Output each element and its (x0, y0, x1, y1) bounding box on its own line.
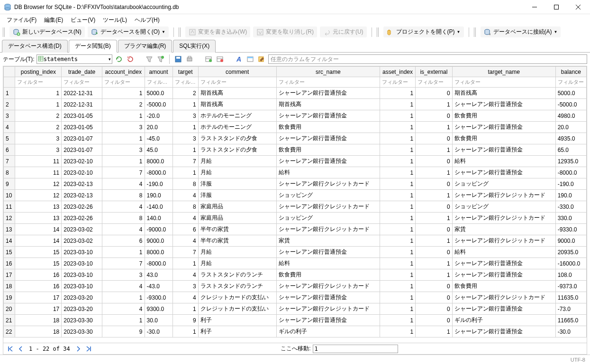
cell-src_name[interactable]: ショッピング (276, 213, 380, 224)
cell-account_index[interactable]: 6 (102, 235, 145, 247)
cell-target_name[interactable]: ギルの利子 (452, 315, 555, 326)
delete-record-button[interactable] (215, 54, 225, 64)
cell-trade_date[interactable]: 2023-03-02 (62, 235, 102, 247)
cell-is_external[interactable]: 0 (416, 292, 452, 303)
row-number[interactable]: 10 (4, 190, 15, 201)
cell-trade_date[interactable]: 2023-03-10 (62, 258, 102, 269)
table-row[interactable]: 20172023-03-2049300.01クレジットカードの支払いシャーレアン… (4, 303, 587, 315)
cell-target_name[interactable]: 給料 (452, 156, 555, 167)
cell-trade_date[interactable]: 2023-03-10 (62, 247, 102, 258)
cell-is_external[interactable]: 1 (416, 144, 452, 156)
cell-posting_index[interactable]: 2 (15, 122, 62, 133)
cell-trade_date[interactable]: 2023-03-30 (62, 315, 102, 326)
cell-posting_index[interactable]: 2 (15, 110, 62, 122)
cell-target[interactable]: 1 (172, 144, 198, 156)
cell-amount[interactable]: 140.0 (145, 213, 172, 224)
cell-balance[interactable]: 11635.0 (555, 292, 586, 303)
cell-comment[interactable]: クレジットカードの支払い (198, 292, 276, 303)
toolbar-grip[interactable] (3, 27, 6, 37)
row-number[interactable]: 11 (4, 201, 15, 213)
cell-balance[interactable]: -330.0 (555, 201, 586, 213)
cell-target_name[interactable]: シャーレアン銀行普通預金 (452, 144, 555, 156)
cell-comment[interactable]: 家庭用品 (198, 201, 276, 213)
new-database-button[interactable]: 新しいデータベース(N) (9, 27, 85, 37)
cell-target[interactable]: 4 (172, 190, 198, 201)
filter-target_name[interactable]: フィルター (452, 77, 555, 88)
cell-comment[interactable]: 月給 (198, 247, 276, 258)
cell-asset_index[interactable]: 1 (380, 190, 415, 201)
cell-target[interactable]: 4 (172, 269, 198, 281)
cell-src_name[interactable]: ギルの利子 (276, 326, 380, 337)
cell-target[interactable]: 9 (172, 315, 198, 326)
cell-asset_index[interactable]: 1 (380, 281, 415, 292)
cell-asset_index[interactable]: 1 (380, 110, 415, 122)
maximize-button[interactable] (545, 0, 567, 14)
cell-target_name[interactable]: ショッピング (452, 178, 555, 190)
row-number[interactable]: 14 (4, 235, 15, 247)
cell-account_index[interactable]: 4 (102, 303, 145, 315)
cell-is_external[interactable]: 0 (416, 133, 452, 144)
cell-balance[interactable]: -73.0 (555, 303, 586, 315)
cell-balance[interactable]: 65.0 (555, 144, 586, 156)
cell-balance[interactable]: -8000.0 (555, 167, 586, 178)
last-page-button[interactable] (84, 345, 93, 353)
cell-account_index[interactable]: 7 (102, 258, 145, 269)
row-number[interactable]: 16 (4, 258, 15, 269)
row-number[interactable]: 21 (4, 315, 15, 326)
table-row[interactable]: 9122023-02-134-190.08洋服シャーレアン銀行クレジットカード1… (4, 178, 587, 190)
cell-account_index[interactable]: 1 (102, 110, 145, 122)
tab-structure[interactable]: データベース構造(D) (2, 40, 68, 53)
data-table[interactable]: posting_indextrade_dateaccount_indexamou… (3, 66, 587, 337)
cell-amount[interactable]: 30.0 (145, 315, 172, 326)
cell-is_external[interactable]: 0 (416, 224, 452, 235)
cell-comment[interactable]: ラストスタンドの夕食 (198, 144, 276, 156)
tab-sql[interactable]: SQL実行(X) (173, 40, 216, 53)
filter-amount[interactable]: フィル… (145, 77, 172, 88)
cell-amount[interactable]: -45.0 (145, 133, 172, 144)
cell-target[interactable]: 4 (172, 213, 198, 224)
cell-target_name[interactable]: シャーレアン銀行普通預金 (452, 167, 555, 178)
cell-src_name[interactable]: 給料 (276, 167, 380, 178)
cell-amount[interactable]: 43.0 (145, 269, 172, 281)
print-table-button[interactable] (185, 54, 194, 64)
cell-amount[interactable]: 9000.0 (145, 235, 172, 247)
cell-posting_index[interactable]: 13 (15, 201, 62, 213)
cell-posting_index[interactable]: 18 (15, 315, 62, 326)
cell-comment[interactable]: 家庭用品 (198, 213, 276, 224)
cell-target_name[interactable]: シャーレアン銀行クレジットカード (452, 190, 555, 201)
cell-posting_index[interactable]: 11 (15, 156, 62, 167)
filter-posting_index[interactable]: フィルター (15, 77, 62, 88)
row-number[interactable]: 12 (4, 213, 15, 224)
cell-target[interactable]: 3 (172, 110, 198, 122)
cell-account_index[interactable]: 4 (102, 224, 145, 235)
tab-browse[interactable]: データ閲覧(B) (69, 40, 117, 53)
cell-posting_index[interactable]: 14 (15, 235, 62, 247)
save-button[interactable] (173, 54, 183, 64)
row-number[interactable]: 18 (4, 281, 15, 292)
cell-comment[interactable]: クレジットカードの支払い (198, 303, 276, 315)
jump-input[interactable] (313, 345, 398, 353)
col-header-target[interactable]: target (172, 67, 198, 77)
cell-target_name[interactable]: シャーレアン銀行普通預金 (452, 122, 555, 133)
cell-comment[interactable]: 期首残高 (198, 88, 276, 99)
cell-src_name[interactable]: シャーレアン銀行普通預金 (276, 247, 380, 258)
cell-amount[interactable]: -8000.0 (145, 167, 172, 178)
table-row[interactable]: 112022-12-3115000.02期首残高シャーレアン銀行普通預金10期首… (4, 88, 587, 99)
cell-asset_index[interactable]: 1 (380, 156, 415, 167)
cell-balance[interactable]: -9373.0 (555, 281, 586, 292)
open-project-button[interactable]: プロジェクトを開く(P) ▼ (383, 27, 464, 37)
cell-target_name[interactable]: シャーレアン銀行普通預金 (452, 303, 555, 315)
table-select[interactable]: statements ▾ (36, 54, 112, 64)
table-row[interactable]: 11132023-02-264-140.08家庭用品シャーレアン銀行クレジットカ… (4, 201, 587, 213)
cell-src_name[interactable]: ショッピング (276, 190, 380, 201)
cell-account_index[interactable]: 2 (102, 99, 145, 110)
cell-target[interactable]: 3 (172, 133, 198, 144)
cell-trade_date[interactable]: 2023-01-05 (62, 122, 102, 133)
cell-target[interactable]: 1 (172, 167, 198, 178)
cell-src_name[interactable]: シャーレアン銀行クレジットカード (276, 178, 380, 190)
filter-comment[interactable]: フィルター (198, 77, 276, 88)
table-row[interactable]: 14142023-03-0269000.04半年の家賃家賃11シャーレアン銀行ク… (4, 235, 587, 247)
cell-posting_index[interactable]: 16 (15, 269, 62, 281)
cell-is_external[interactable]: 0 (416, 178, 452, 190)
filter-trade_date[interactable]: フィルター (62, 77, 102, 88)
